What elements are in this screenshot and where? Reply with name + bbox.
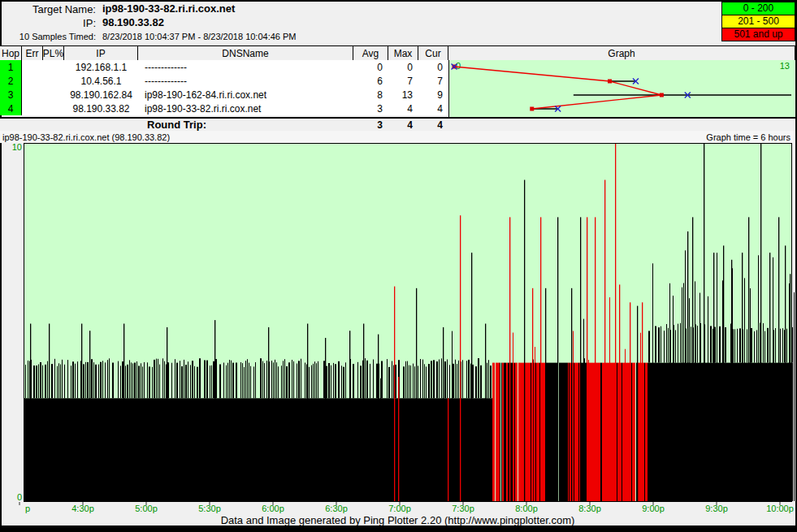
- x-tick-label: 8:30p: [578, 504, 601, 513]
- hop-ip: 192.168.1.1: [64, 60, 138, 74]
- hop-dnsname: -------------: [138, 74, 353, 88]
- samples-value: 8/23/2018 10:04:37 PM - 8/23/2018 10:04:…: [102, 32, 297, 41]
- ip-value: 98.190.33.82: [102, 16, 164, 28]
- legend-row-0: 0 - 200: [722, 2, 795, 15]
- table-header-row: HopErrPL%IPDNSNameAvgMaxCurGraph: [0, 45, 795, 62]
- x-tick-label: 9:00p: [642, 504, 665, 513]
- x-tick-label: 6:30p: [325, 504, 348, 513]
- col-header-cur[interactable]: Cur: [418, 46, 448, 61]
- col-header-hop[interactable]: Hop: [0, 46, 22, 61]
- round-trip-label: Round Trip:: [0, 119, 353, 131]
- col-header-avg[interactable]: Avg: [353, 46, 388, 61]
- y-max-label: 10: [12, 143, 22, 152]
- x-tick-label: 4:30p: [71, 504, 94, 513]
- hop-dnsname: ip98-190-33-82.ri.ri.cox.net: [138, 102, 353, 115]
- x-tick-label: 5:30p: [198, 504, 221, 513]
- x-tick-label: 9:30p: [705, 504, 728, 513]
- latency-timeline-plot[interactable]: 100: [0, 143, 795, 505]
- x-tick-label: 5:00p: [135, 504, 158, 513]
- y-min-label: 0: [17, 492, 22, 502]
- ip-label: IP:: [0, 17, 96, 29]
- hop-number: 4: [0, 102, 22, 115]
- target-name-label: Target Name:: [0, 3, 96, 15]
- target-name-value: ip98-190-33-82.ri.ri.cox.net: [102, 2, 235, 15]
- hop-ip: 98.190.33.82: [64, 102, 138, 115]
- x-tick-label: p: [25, 504, 30, 513]
- round-trip-cur: 4: [418, 119, 448, 131]
- avg-marker: [660, 93, 664, 97]
- round-trip-row: Round Trip:344: [0, 117, 795, 131]
- avg-polyline: [454, 67, 661, 109]
- x-tick-label: 6:00p: [262, 504, 284, 513]
- latency-legend: 0 - 200201 - 500501 and up: [721, 2, 795, 41]
- graph-time-label: Graph time = 6 hours: [706, 132, 791, 142]
- round-trip-avg: 3: [353, 119, 388, 131]
- header-section: Target Name: ip98-190-33-82.ri.ri.cox.ne…: [0, 0, 715, 44]
- col-header-ip[interactable]: IP: [64, 46, 138, 61]
- col-header-err[interactable]: Err: [22, 46, 43, 61]
- hop-number: 1: [0, 60, 22, 74]
- bottom-bar: [0, 526, 797, 532]
- avg-marker: [608, 80, 612, 84]
- hop-dnsname: ip98-190-162-84.ri.ri.cox.net: [138, 88, 353, 102]
- x-tick-label: 10:00p: [766, 504, 794, 513]
- samples-label: 10 Samples Timed:: [0, 32, 96, 41]
- round-trip-max: 4: [388, 119, 418, 131]
- col-header-graph[interactable]: Graph: [448, 46, 795, 61]
- hop-axis-max: 13: [780, 61, 790, 71]
- col-header-pl%[interactable]: PL%: [43, 46, 64, 61]
- x-tick-label: 7:00p: [388, 504, 411, 513]
- hop-ip: 98.190.162.84: [64, 88, 138, 102]
- avg-marker: [530, 107, 534, 111]
- timeline-svg: 100: [0, 143, 795, 505]
- footer-credit: Data and Image generated by Ping Plotter…: [0, 514, 795, 526]
- hop-graph-cell[interactable]: 013: [448, 60, 795, 117]
- hop-graph-svg: 013: [449, 60, 796, 117]
- legend-row-1: 201 - 500: [722, 15, 795, 28]
- col-header-dnsname[interactable]: DNSName: [138, 46, 353, 61]
- hop-dnsname: -------------: [138, 60, 353, 74]
- time-axis-labels: p4:30p5:00p5:30p6:00p6:30p7:00p7:30p8:00…: [0, 504, 795, 515]
- col-header-max[interactable]: Max: [388, 46, 418, 61]
- hop-number: 2: [0, 74, 22, 88]
- hop-number: 3: [0, 88, 22, 102]
- x-tick-label: 8:00p: [515, 504, 538, 513]
- legend-row-2: 501 and up: [722, 28, 795, 41]
- timeline-title: ip98-190-33-82.ri.ri.cox.net (98.190.33.…: [2, 132, 170, 142]
- hop-ip: 10.4.56.1: [64, 74, 138, 88]
- x-tick-label: 7:30p: [452, 504, 474, 513]
